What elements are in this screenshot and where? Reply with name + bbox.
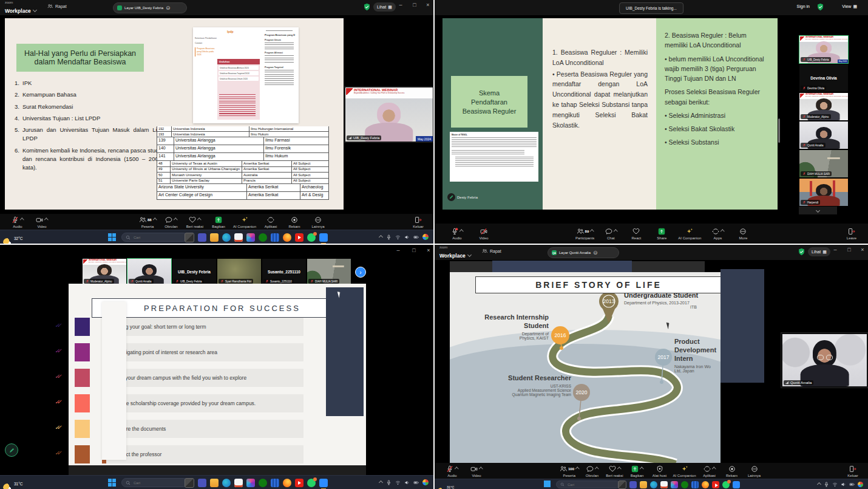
toolbar-button[interactable]: Rekam — [723, 465, 741, 477]
toolbar-button[interactable]: Bagikan — [628, 465, 646, 477]
weather-widget[interactable]: 31°CSebagian cerah — [438, 480, 466, 489]
nav-item[interactable]: Ketentuan Pendaftaran — [195, 37, 217, 40]
taskbar-search[interactable] — [121, 233, 188, 242]
battery-icon[interactable] — [849, 482, 855, 487]
zoom-workplace-logo[interactable]: zoom Workplace — [439, 246, 471, 259]
toolbar-button[interactable]: AI Companion — [673, 465, 696, 477]
webcam-tile[interactable]: Qoniti Amalia — [781, 332, 868, 388]
taskbar-app-icon[interactable] — [234, 233, 243, 242]
toolbar-button[interactable]: Beri reaksi — [606, 465, 624, 477]
next-page-button[interactable]: › — [355, 267, 366, 278]
participant-tile[interactable]: INTERNATIONAL WEBINAR Beyond Academics: … — [307, 258, 351, 286]
download-item[interactable]: Unduhan Beasiswa Targeted 2024 — [219, 71, 259, 75]
toolbar-button[interactable]: 88 Peserta — [138, 216, 157, 228]
volume-icon[interactable] — [841, 482, 846, 487]
view-button[interactable]: Lihat▦ — [808, 247, 830, 256]
toolbar-button[interactable]: Aplikasi — [262, 216, 280, 228]
taskbar-app-icon[interactable] — [618, 480, 626, 489]
security-shield-icon[interactable] — [798, 248, 805, 256]
search-input[interactable] — [566, 482, 605, 487]
taskbar-app-icon[interactable] — [733, 481, 740, 488]
participant-tile[interactable]: INTERNATIONAL WEBINAR Beyond Academics: … — [82, 258, 127, 286]
taskbar-app-icon[interactable] — [198, 479, 206, 487]
toolbar-button[interactable]: Rekam — [285, 216, 303, 228]
taskbar-app-icon[interactable] — [702, 481, 709, 488]
toolbar-button[interactable]: Share — [653, 227, 671, 240]
toolbar-button[interactable]: Aplikasi — [700, 465, 719, 477]
mic-tray-icon[interactable] — [386, 234, 392, 240]
toolbar-button[interactable]: Video — [475, 227, 493, 240]
nav-item[interactable]: Catatan — [195, 42, 217, 45]
search-input[interactable] — [132, 235, 171, 240]
taskbar-app-icon[interactable] — [185, 233, 194, 242]
wifi-icon[interactable] — [832, 482, 838, 487]
participant-tile[interactable]: INTERNATIONAL WEBINAR Beyond Academics: … — [799, 121, 849, 149]
tray-expand-icon[interactable] — [379, 234, 383, 239]
toolbar-button[interactable]: AI Companion — [678, 227, 701, 240]
network-icon[interactable] — [858, 482, 863, 487]
zoom-workplace-logo[interactable]: zoom Workplace — [5, 1, 36, 15]
toolbar-button[interactable]: Video — [467, 465, 486, 477]
taskbar-app-icon[interactable] — [660, 481, 668, 488]
close-button[interactable]: × — [858, 247, 867, 253]
leave-button[interactable]: Keluar — [844, 465, 862, 477]
toolbar-button[interactable]: Chat — [602, 227, 620, 240]
taskbar-app-icon[interactable] — [259, 233, 267, 242]
maximize-button[interactable]: □ — [410, 2, 419, 8]
taskbar-search[interactable] — [121, 478, 188, 487]
download-item[interactable]: Unduhan Beasiswa Umum 2024 — [219, 77, 259, 81]
stop-share-icon[interactable]: ⊖ — [593, 250, 598, 256]
taskbar-app-icon[interactable] — [650, 481, 657, 488]
volume-icon[interactable] — [404, 480, 410, 485]
taskbar-app-icon[interactable] — [246, 233, 255, 242]
participant-tile[interactable]: INTERNATIONAL WEBINAR Beyond Academics: … — [799, 178, 849, 207]
stop-share-icon[interactable]: ⊖ — [166, 5, 171, 11]
taskbar-app-icon[interactable] — [712, 481, 719, 488]
battery-icon[interactable] — [413, 234, 419, 240]
taskbar-app-icon[interactable] — [681, 481, 688, 488]
leave-button[interactable]: Leave — [843, 227, 861, 240]
weather-widget[interactable]: 31°CSebagian cerah — [3, 477, 38, 489]
taskbar-app-icon[interactable] — [246, 479, 255, 487]
battery-icon[interactable] — [413, 480, 419, 485]
mic-tray-icon[interactable] — [386, 480, 392, 485]
taskbar-app-icon[interactable] — [271, 479, 279, 487]
security-shield-icon[interactable] — [363, 3, 371, 11]
mic-tray-icon[interactable] — [824, 482, 829, 487]
participant-tile[interactable]: INTERNATIONAL WEBINAR Beyond Academics: … — [799, 64, 849, 92]
speaker-video-tile[interactable]: INTERNATIONAL WEBINAR Beyond Academics: … — [344, 86, 433, 143]
network-icon[interactable] — [422, 479, 429, 485]
participant-tile[interactable]: INTERNATIONAL WEBINAR Beyond Academics: … — [799, 35, 849, 64]
toolbar-button[interactable]: Audio — [448, 227, 466, 240]
maximize-button[interactable]: □ — [844, 247, 854, 253]
taskbar-app-icon[interactable] — [640, 481, 647, 488]
tray-expand-icon[interactable] — [817, 482, 821, 487]
close-button[interactable]: × — [424, 247, 433, 253]
toolbar-button[interactable]: Beri reaksi — [186, 216, 204, 228]
taskbar-app-icon[interactable] — [271, 233, 279, 242]
annotation-button[interactable] — [5, 443, 18, 457]
taskbar-app-icon[interactable] — [691, 481, 699, 488]
start-button[interactable] — [108, 233, 116, 241]
participants-collapse[interactable] — [799, 207, 837, 214]
taskbar-app-icon[interactable] — [319, 479, 328, 487]
toolbar-button[interactable]: 89 Participants — [575, 227, 594, 240]
toolbar-button[interactable]: Video — [33, 216, 51, 228]
participant-tile[interactable]: INTERNATIONAL WEBINAR Beyond Academics: … — [127, 258, 172, 286]
taskbar-app-icon[interactable] — [283, 479, 291, 487]
participant-tile[interactable]: INTERNATIONAL WEBINAR Beyond Academics: … — [172, 258, 217, 286]
toolbar-button[interactable]: More — [734, 227, 752, 240]
tab-meeting[interactable]: Rapat — [482, 248, 501, 254]
toolbar-button[interactable]: Audio — [443, 465, 461, 477]
taskbar-app-icon[interactable] — [319, 233, 328, 242]
minimize-button[interactable]: – — [396, 2, 405, 8]
view-button[interactable]: View▦ — [842, 4, 857, 9]
security-shield-icon[interactable] — [816, 3, 824, 11]
taskbar-app-icon[interactable] — [307, 233, 316, 242]
taskbar-app-icon[interactable] — [198, 233, 206, 242]
weather-widget[interactable]: 32°CCerah — [3, 231, 23, 244]
nav-item-active[interactable]: Program Beasiswa yang Dibuka pada 2024 — [195, 47, 217, 57]
toolbar-button[interactable]: Obrolan — [583, 465, 602, 477]
start-button[interactable] — [544, 480, 551, 487]
maximize-button[interactable]: □ — [409, 247, 419, 253]
